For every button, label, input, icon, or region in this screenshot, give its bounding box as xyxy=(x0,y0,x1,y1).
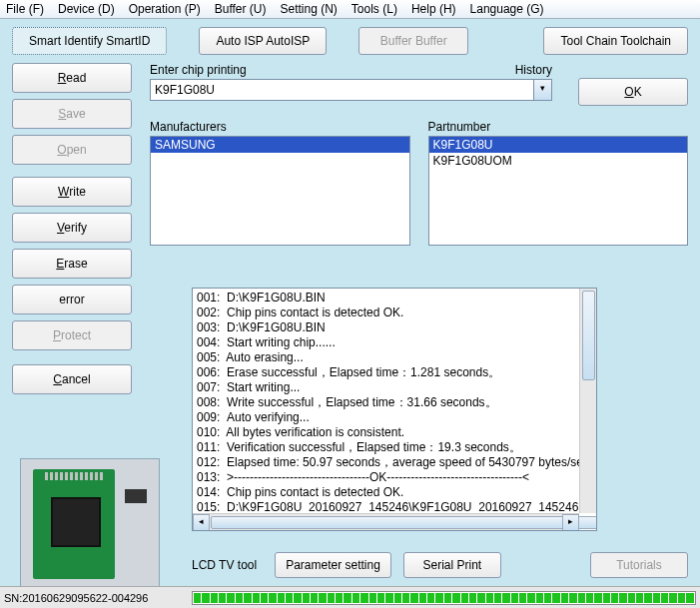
menu-help[interactable]: Help (H) xyxy=(411,2,456,16)
sidebar: Read Save Open Write Verify Erase error … xyxy=(12,63,132,452)
pcb-icon xyxy=(33,469,115,579)
menu-tools[interactable]: Tools (L) xyxy=(351,2,397,16)
protect-button: Protect xyxy=(12,320,132,350)
enter-chip-label: Enter chip printing xyxy=(150,63,247,77)
toolbar: Smart Identify SmartID Auto ISP AutoISP … xyxy=(0,19,700,63)
chip-dropdown-button[interactable]: ▾ xyxy=(534,79,552,101)
manufacturers-label: Manufacturers xyxy=(150,120,410,134)
erase-button[interactable]: Erase xyxy=(12,249,132,279)
menu-operation[interactable]: Operation (P) xyxy=(129,2,201,16)
adapter-image xyxy=(20,458,160,588)
menu-bar: File (F) Device (D) Operation (P) Buffer… xyxy=(0,0,700,19)
menu-buffer[interactable]: Buffer (U) xyxy=(215,2,267,16)
manufacturers-list[interactable]: SAMSUNG xyxy=(150,136,410,246)
list-item[interactable]: SAMSUNG xyxy=(151,137,409,153)
tutorials-button: Tutorials xyxy=(590,552,688,578)
partnumber-list[interactable]: K9F1G08U K9F1G08UOM xyxy=(428,136,689,246)
scrollbar-vertical[interactable] xyxy=(579,289,596,513)
chip-icon xyxy=(125,489,147,503)
status-bar: SN:20160629095622-004296 xyxy=(0,586,700,608)
bottom-bar: LCD TV tool Parameter setting Serial Pri… xyxy=(192,546,688,584)
read-button[interactable]: Read xyxy=(12,63,132,93)
verify-button[interactable]: Verify xyxy=(12,213,132,243)
scroll-thumb-h[interactable] xyxy=(211,516,597,529)
log-panel[interactable]: 001: D:\K9F1G08U.BIN 002: Chip pins cont… xyxy=(192,288,597,531)
menu-setting[interactable]: Setting (N) xyxy=(281,2,338,16)
smart-identify-button[interactable]: Smart Identify SmartID xyxy=(12,27,167,55)
lcd-tv-tool-label: LCD TV tool xyxy=(192,558,257,572)
partnumber-label: Partnumber xyxy=(428,120,689,134)
history-label: History xyxy=(515,63,552,77)
serial-number: SN:20160629095622-004296 xyxy=(4,592,192,604)
chip-input[interactable] xyxy=(150,79,534,101)
open-button: Open xyxy=(12,135,132,165)
scrollbar-horizontal[interactable]: ◂ ▸ xyxy=(193,513,579,530)
scroll-right-icon[interactable]: ▸ xyxy=(562,514,579,531)
list-item[interactable]: K9F1G08U xyxy=(429,137,688,153)
serial-print-button[interactable]: Serial Print xyxy=(403,552,501,578)
menu-language[interactable]: Language (G) xyxy=(470,2,544,16)
menu-device[interactable]: Device (D) xyxy=(58,2,115,16)
save-button: Save xyxy=(12,99,132,129)
error-button[interactable]: error xyxy=(12,285,132,314)
buffer-button: Buffer Buffer xyxy=(358,27,468,55)
progress-bar xyxy=(192,591,696,605)
menu-file[interactable]: File (F) xyxy=(6,2,44,16)
write-button[interactable]: Write xyxy=(12,177,132,207)
scroll-thumb[interactable] xyxy=(582,291,595,380)
parameter-setting-button[interactable]: Parameter setting xyxy=(275,552,391,578)
tool-chain-button[interactable]: Tool Chain Toolchain xyxy=(543,27,688,55)
list-item[interactable]: K9F1G08UOM xyxy=(429,153,688,169)
ok-button[interactable]: OK xyxy=(578,78,688,106)
auto-isp-button[interactable]: Auto ISP AutoISP xyxy=(199,27,327,55)
log-body: 001: D:\K9F1G08U.BIN 002: Chip pins cont… xyxy=(193,289,596,531)
scroll-left-icon[interactable]: ◂ xyxy=(193,514,210,531)
cancel-button[interactable]: Cancel xyxy=(12,364,132,394)
